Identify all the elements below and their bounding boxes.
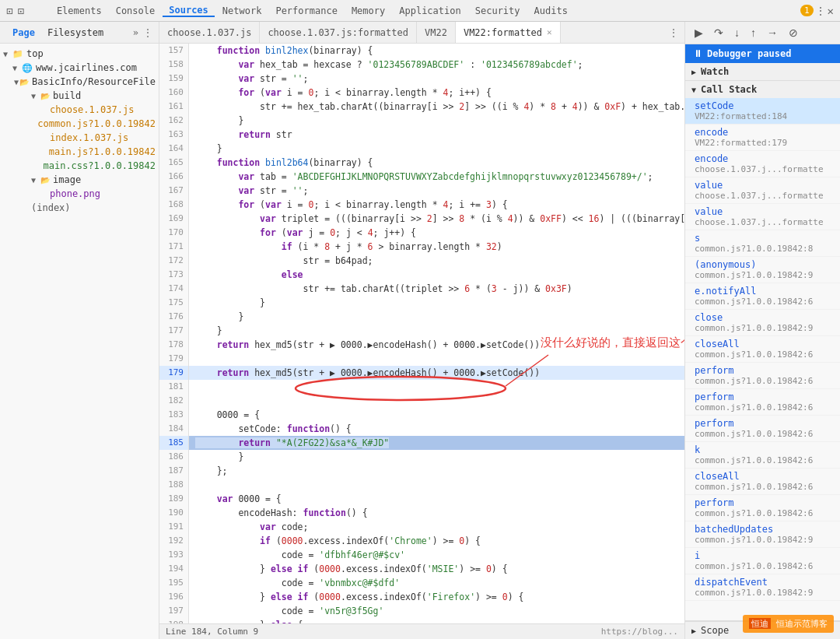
call-stack-item-enotifyall[interactable]: e.notifyAll common.js?1.0.0.19842:6	[685, 283, 840, 310]
call-stack-loc-perform3: common.js?1.0.0.19842:6	[695, 429, 831, 439]
sidebar: Page Filesystem » ⋮ ▼ 📁 top ▼ 🌐 www.jcai…	[0, 22, 159, 639]
source-panel-menu-icon[interactable]: ⋮	[663, 27, 684, 38]
deactivate-breakpoints-button[interactable]: ⊘	[786, 25, 801, 40]
call-stack-fn-encode1: encode	[695, 127, 831, 138]
performance-tab-top[interactable]: Performance	[269, 5, 343, 16]
watch-header[interactable]: ▶ Watch	[685, 63, 840, 80]
line-num-190: 190	[159, 506, 188, 520]
security-tab-top[interactable]: Security	[469, 5, 527, 16]
source-tab-vm22-label: VM22	[425, 27, 447, 38]
source-tab-vm22[interactable]: VM22	[417, 22, 456, 43]
call-stack-item-closeall1[interactable]: closeAll common.js?1.0.0.19842:6	[685, 336, 840, 363]
network-tab-top[interactable]: Network	[216, 5, 268, 16]
call-stack-loc-i: common.js?1.0.0.19842:6	[695, 561, 831, 571]
call-stack-item-value2[interactable]: value choose.1.037.j...formatte	[685, 204, 840, 230]
sidebar-more-icon[interactable]: »	[133, 27, 138, 38]
code-content[interactable]: function binl2hex(binarray) { var hex_ta…	[189, 44, 684, 623]
call-stack-fn-enotifyall: e.notifyAll	[695, 286, 831, 297]
call-stack-item-perform3[interactable]: perform common.js?1.0.0.19842:6	[685, 416, 840, 442]
tree-item-jcairlines[interactable]: ▼ 🌐 www.jcairlines.com	[0, 61, 159, 75]
tree-item-basicinfo[interactable]: ▼ 📂 BasicInfo/ResourceFile	[0, 75, 159, 89]
call-stack-item-batchedupdates[interactable]: batchedUpdates common.js?1.0.0.19842:9	[685, 521, 840, 548]
debug-controls: ▶ ↷ ↓ ↑ → ⊘	[685, 22, 840, 44]
tree-item-top[interactable]: ▼ 📁 top	[0, 47, 159, 61]
tree-item-index[interactable]: (index)	[0, 201, 159, 215]
line-num-169: 169	[159, 212, 188, 226]
call-stack-fn-value2: value	[695, 206, 831, 217]
call-stack-item-i[interactable]: i common.js?1.0.0.19842:6	[685, 548, 840, 574]
call-stack-item-setcode[interactable]: setCode VM22:formatted:184	[685, 98, 840, 125]
tree-item-main-css[interactable]: main.css?1.0.0.19842	[0, 159, 159, 173]
call-stack-fn-close: close	[695, 312, 831, 323]
line-num-161: 161	[159, 100, 188, 114]
call-stack-item-encode1[interactable]: encode VM22:formatted:179	[685, 125, 840, 151]
call-stack-item-anon[interactable]: (anonymous) common.js?1.0.0.19842:9	[685, 257, 840, 283]
source-tab-choose-formatted[interactable]: choose.1.037.js:formatted	[260, 22, 417, 43]
tree-item-index-js[interactable]: index.1.037.js	[0, 131, 159, 145]
sources-tab-top[interactable]: Sources	[163, 5, 215, 17]
line-num-173: 173	[159, 268, 188, 282]
tree-item-choose-js[interactable]: choose.1.037.js	[0, 103, 159, 117]
tree-item-image[interactable]: ▼ 📂 image	[0, 173, 159, 187]
call-stack-loc-encode2: choose.1.037.j...formatte	[695, 164, 831, 174]
call-stack-loc-perform2: common.js?1.0.0.19842:6	[695, 402, 831, 413]
call-stack-item-perform2[interactable]: perform common.js?1.0.0.19842:6	[685, 389, 840, 416]
watermark: 恒迪 恒迪示范博客	[743, 615, 834, 633]
resume-button[interactable]: ▶	[691, 25, 706, 40]
step-over-button[interactable]: ↷	[711, 25, 726, 40]
call-stack-loc-value1: choose.1.037.j...formatte	[695, 191, 831, 201]
call-stack-item-encode2[interactable]: encode choose.1.037.j...formatte	[685, 151, 840, 177]
line-numbers: 157 158 159 160 161 162 163 164 165 166 …	[159, 44, 189, 623]
step-button[interactable]: →	[764, 25, 781, 40]
call-stack-fn-anon: (anonymous)	[695, 259, 831, 270]
close-tab-icon[interactable]: ✕	[547, 27, 552, 37]
call-stack-fn-k: k	[695, 444, 831, 455]
call-stack-item-closeall2[interactable]: closeAll common.js?1.0.0.19842:6	[685, 469, 840, 495]
close-devtools-icon[interactable]: ✕	[828, 5, 834, 17]
line-num-176: 176	[159, 310, 188, 324]
call-stack-fn-perform4: perform	[695, 497, 831, 508]
call-stack-item-k[interactable]: k common.js?1.0.0.19842:6	[685, 442, 840, 469]
call-stack-item-perform1[interactable]: perform common.js?1.0.0.19842:6	[685, 363, 840, 389]
tree-item-build[interactable]: ▼ 📂 build	[0, 89, 159, 103]
line-num-193: 193	[159, 548, 188, 562]
call-stack-item-s[interactable]: s common.js?1.0.0.19842:8	[685, 230, 840, 257]
call-stack-fn-perform3: perform	[695, 418, 831, 429]
call-stack-loc-value2: choose.1.037.j...formatte	[695, 217, 831, 227]
memory-tab-top[interactable]: Memory	[345, 5, 391, 16]
call-stack-item-perform4[interactable]: perform common.js?1.0.0.19842:6	[685, 495, 840, 521]
audits-tab-top[interactable]: Audits	[528, 5, 574, 16]
sidebar-menu-icon[interactable]: ⋮	[143, 27, 152, 38]
console-tab-top[interactable]: Console	[110, 5, 162, 16]
line-num-191: 191	[159, 520, 188, 534]
line-num-195: 195	[159, 576, 188, 590]
elements-tab-top[interactable]: Elements	[51, 5, 108, 16]
code-area: 157 158 159 160 161 162 163 164 165 166 …	[159, 44, 684, 623]
call-stack-loc-setcode: VM22:formatted:184	[695, 111, 831, 121]
line-num-184: 184	[159, 422, 188, 436]
code-line-160: for (var i = 0; i < binarray.length * 4;…	[189, 86, 684, 100]
sidebar-tab-filesystem[interactable]: Filesystem	[41, 26, 110, 40]
settings-icon[interactable]: ⋮	[815, 5, 826, 17]
call-stack-item-dispatchevent[interactable]: dispatchEvent common.js?1.0.0.19842:9	[685, 574, 840, 601]
code-line-162: }	[189, 114, 684, 128]
source-tab-vm22-formatted[interactable]: VM22:formatted ✕	[456, 22, 561, 43]
code-line-170: for (var j = 0; j < 4; j++) {	[189, 226, 684, 240]
sidebar-tab-page[interactable]: Page	[6, 26, 41, 40]
call-stack-loc-k: common.js?1.0.0.19842:6	[695, 455, 831, 465]
code-line-161: str += hex_tab.charAt((binarray[i >> 2] …	[189, 100, 684, 114]
step-into-button[interactable]: ↓	[731, 25, 743, 40]
line-num-183: 183	[159, 408, 188, 422]
tree-item-main-js[interactable]: main.js?1.0.0.19842	[0, 145, 159, 159]
call-stack-item-value1[interactable]: value choose.1.037.j...formatte	[685, 177, 840, 204]
call-stack-item-close[interactable]: close common.js?1.0.0.19842:9	[685, 310, 840, 336]
step-out-button[interactable]: ↑	[747, 25, 759, 40]
tree-item-common-js[interactable]: common.js?1.0.0.19842	[0, 117, 159, 131]
tree-item-phone-png[interactable]: phone.png	[0, 187, 159, 201]
call-stack-header[interactable]: ▼ Call Stack	[685, 81, 840, 98]
code-line-158: var hex_tab = hexcase ? '0123456789ABCDE…	[189, 58, 684, 72]
source-tab-choose[interactable]: choose.1.037.js	[159, 22, 260, 43]
application-tab-top[interactable]: Application	[393, 5, 467, 16]
call-stack-fn-s: s	[695, 233, 831, 244]
line-num-160: 160	[159, 86, 188, 100]
